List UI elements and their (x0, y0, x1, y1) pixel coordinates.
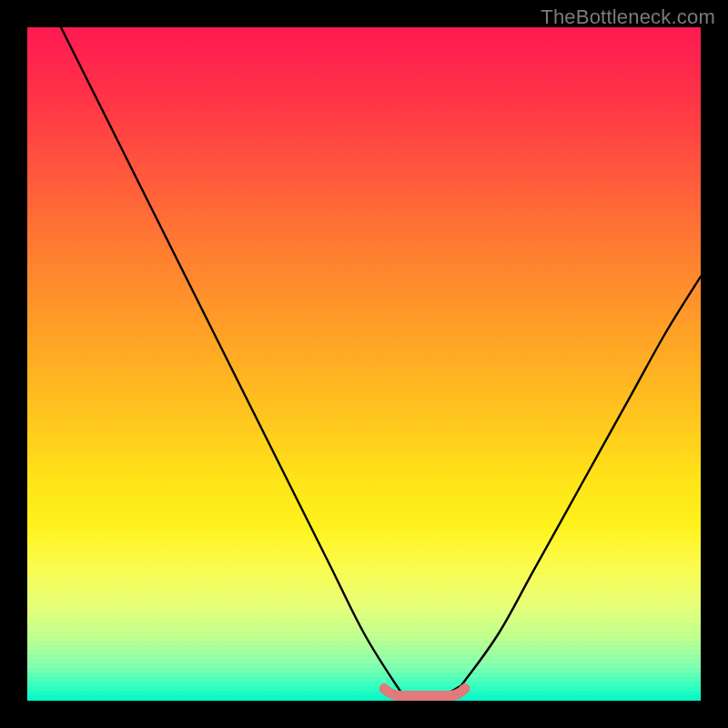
plot-area (27, 27, 701, 701)
attribution-label: TheBottleneck.com (541, 5, 715, 29)
chart-frame: TheBottleneck.com (0, 0, 728, 728)
bottleneck-curve (61, 27, 701, 694)
curve-layer (27, 27, 701, 701)
